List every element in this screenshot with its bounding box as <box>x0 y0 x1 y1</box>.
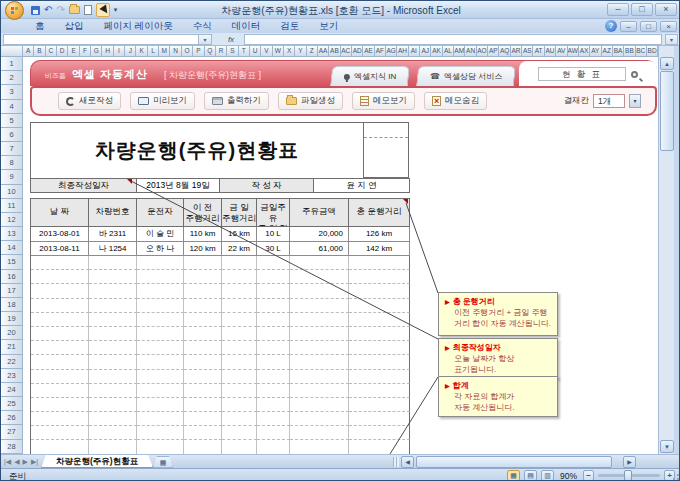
empty-cell[interactable] <box>257 412 290 426</box>
scroll-right-icon[interactable]: ▶ <box>623 456 636 468</box>
column-header[interactable]: K <box>136 46 147 57</box>
column-header[interactable]: I <box>114 46 125 57</box>
empty-cell[interactable] <box>222 299 257 313</box>
column-header[interactable]: AB <box>329 46 340 57</box>
empty-cell[interactable] <box>349 256 410 270</box>
column-header[interactable]: BD <box>647 46 658 57</box>
ribbon-tab[interactable]: 검토 <box>270 19 309 33</box>
column-header[interactable]: BA <box>613 46 624 57</box>
empty-cell[interactable] <box>349 341 410 355</box>
empty-cell[interactable] <box>349 313 410 327</box>
column-header[interactable]: V <box>261 46 272 57</box>
column-header[interactable]: U <box>250 46 261 57</box>
column-header[interactable]: P <box>193 46 204 57</box>
row-header[interactable]: 7 <box>1 142 23 156</box>
empty-cell[interactable] <box>349 270 410 284</box>
ribbon-tab[interactable]: 데이터 <box>222 19 271 33</box>
empty-cell[interactable] <box>137 284 184 298</box>
empty-cell[interactable] <box>257 426 290 440</box>
comment-note[interactable]: ▶최종작성일자오늘 날짜가 항상 표기됩니다. <box>438 338 558 379</box>
empty-cell[interactable] <box>31 256 89 270</box>
column-header[interactable]: AQ <box>499 46 510 57</box>
column-header[interactable]: F <box>80 46 91 57</box>
empty-cell[interactable] <box>89 270 137 284</box>
view-normal-icon[interactable]: ▦ <box>507 470 520 481</box>
empty-cell[interactable] <box>31 313 89 327</box>
banner-tab[interactable]: 엑셀지식 IN <box>330 66 410 86</box>
empty-cell[interactable] <box>89 299 137 313</box>
formula-bar-expand-icon[interactable]: ▾ <box>665 34 678 45</box>
ribbon-tab[interactable]: 홈 <box>25 19 55 33</box>
empty-cell[interactable] <box>184 398 222 412</box>
column-header[interactable]: AG <box>386 46 397 57</box>
empty-cell[interactable] <box>290 284 349 298</box>
table-header-cell[interactable]: 금 일 주행거리 <box>222 199 257 227</box>
sheet-canvas[interactable]: 비즈폼 엑셀 자동계산 [ 차량운행(주유)현황표 ] 엑셀지식 IN☎엑셀상담… <box>23 57 658 454</box>
row-header[interactable]: 4 <box>1 100 23 114</box>
table-header-cell[interactable]: 총 운행거리 <box>349 199 410 227</box>
column-header[interactable]: W <box>273 46 284 57</box>
empty-cell[interactable] <box>137 299 184 313</box>
empty-cell[interactable] <box>31 341 89 355</box>
row-header[interactable]: 24 <box>1 383 23 397</box>
insert-function-button[interactable]: fx <box>220 34 242 45</box>
empty-cell[interactable] <box>257 341 290 355</box>
empty-cell[interactable] <box>290 270 349 284</box>
empty-cell[interactable] <box>184 341 222 355</box>
empty-cell[interactable] <box>290 370 349 384</box>
empty-cell[interactable] <box>137 412 184 426</box>
close-button[interactable]: × <box>655 3 677 16</box>
empty-cell[interactable] <box>31 355 89 369</box>
empty-cell[interactable] <box>257 270 290 284</box>
table-cell[interactable]: 나 1254 <box>89 242 137 257</box>
empty-cell[interactable] <box>89 313 137 327</box>
ribbon-tab[interactable]: 삽입 <box>55 19 94 33</box>
empty-cell[interactable] <box>257 284 290 298</box>
empty-cell[interactable] <box>137 327 184 341</box>
select-all-corner[interactable] <box>1 46 23 57</box>
column-header[interactable]: R <box>216 46 227 57</box>
empty-cell[interactable] <box>31 384 89 398</box>
row-header[interactable]: 18 <box>1 298 23 312</box>
row-header[interactable]: 9 <box>1 170 23 184</box>
ribbon-tab[interactable]: 페이지 레이아웃 <box>94 19 183 33</box>
ribbon-tab[interactable]: 보기 <box>309 19 348 33</box>
tab-split-handle[interactable] <box>393 457 399 467</box>
empty-cell[interactable] <box>31 284 89 298</box>
empty-cell[interactable] <box>89 440 137 454</box>
empty-cell[interactable] <box>184 412 222 426</box>
empty-cell[interactable] <box>222 398 257 412</box>
column-header[interactable]: BB <box>624 46 635 57</box>
empty-cell[interactable] <box>184 355 222 369</box>
table-header-cell[interactable]: 이 전 주행거리 <box>184 199 222 227</box>
empty-cell[interactable] <box>137 426 184 440</box>
banner-button[interactable]: 출력하기 <box>204 92 269 110</box>
info-value-cell[interactable]: 2013년 8월 19일 <box>137 179 220 193</box>
column-header[interactable]: AM <box>454 46 465 57</box>
row-header[interactable]: 1 <box>1 57 23 71</box>
table-cell[interactable]: 오 하 나 <box>137 242 184 257</box>
empty-cell[interactable] <box>257 327 290 341</box>
insert-worksheet-icon[interactable]: ▦ <box>153 456 173 468</box>
column-header[interactable]: AF <box>375 46 386 57</box>
column-header[interactable]: E <box>68 46 79 57</box>
column-header[interactable]: B <box>34 46 45 57</box>
empty-cell[interactable] <box>31 370 89 384</box>
empty-cell[interactable] <box>89 256 137 270</box>
empty-cell[interactable] <box>349 384 410 398</box>
column-header[interactable]: AS <box>522 46 533 57</box>
approval-stamp-box[interactable] <box>363 122 409 178</box>
column-header[interactable]: AI <box>409 46 420 57</box>
workbook-minimize-button[interactable]: – <box>620 21 637 32</box>
table-header-cell[interactable]: 운전자 <box>137 199 184 227</box>
scroll-up-icon[interactable]: ▲ <box>660 57 674 70</box>
empty-cell[interactable] <box>137 355 184 369</box>
column-header[interactable]: AR <box>511 46 522 57</box>
empty-cell[interactable] <box>222 327 257 341</box>
column-header[interactable]: AT <box>533 46 544 57</box>
column-header[interactable]: AD <box>352 46 363 57</box>
table-cell[interactable]: 126 km <box>349 227 410 242</box>
banner-tab[interactable]: ☎엑셀상담 서비스 <box>416 66 516 86</box>
row-header[interactable]: 17 <box>1 284 23 298</box>
table-cell[interactable]: 바 2311 <box>89 227 137 242</box>
